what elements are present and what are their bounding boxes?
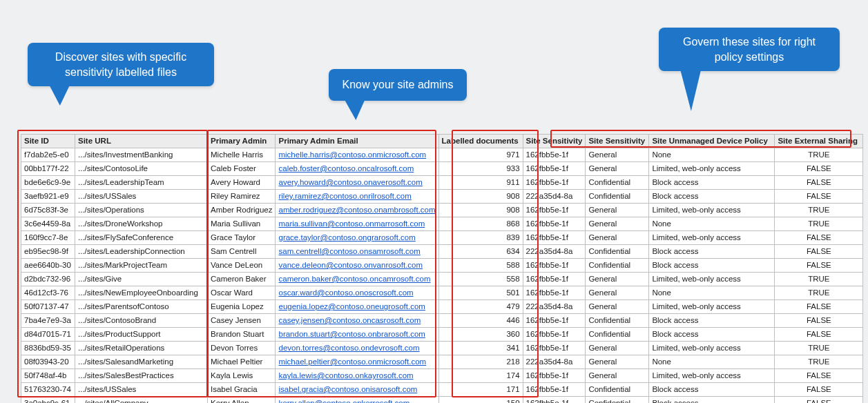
callout-admins: Know your site admins	[329, 69, 467, 101]
cell-device-policy: Block access	[649, 328, 775, 342]
col-primary-admin[interactable]: Primary Admin	[208, 135, 276, 148]
cell-primary-admin-email: devon.torres@contoso.ondevrosoft.com	[276, 342, 438, 355]
admin-email-link[interactable]: caleb.foster@contoso.oncalrosoft.com	[278, 164, 414, 173]
col-labelled-docs[interactable]: Labelled documents	[438, 135, 523, 148]
admin-email-link[interactable]: eugenia.lopez@contoso.oneugrosoft.com	[278, 302, 425, 311]
col-external-sharing[interactable]: Site External Sharing	[775, 135, 863, 148]
cell-site-url: .../sites/AllCompany	[75, 397, 208, 404]
table-row[interactable]: 7ba4e7e9-3a.../sites/ContosoBrandCasey J…	[21, 314, 863, 328]
callout-govern: Govern these sites for right policy sett…	[659, 28, 840, 71]
cell-site-sens-id: 162fbb5e-1f	[523, 259, 586, 273]
cell-primary-admin-email: riley.ramirez@contoso.onrilrosoft.com	[276, 190, 438, 204]
admin-email-link[interactable]: michelle.harris@contoso.onmicrosoft.com	[278, 150, 426, 159]
cell-site-id: eb95ec98-9f	[21, 245, 75, 259]
cell-site-sens: General	[586, 300, 649, 314]
admin-email-link[interactable]: kayla.lewis@contoso.onkayrosoft.com	[278, 371, 413, 380]
cell-primary-admin-email: sam.centrell@contoso.onsamrosoft.com	[276, 245, 438, 259]
cell-primary-admin: Vance DeLeon	[208, 259, 276, 273]
cell-site-sens: General	[586, 231, 649, 245]
admin-email-link[interactable]: avery.howard@contoso.onaverosoft.com	[278, 178, 422, 186]
cell-site-id: 50f07137-47	[21, 300, 75, 314]
cell-external-sharing: TRUE	[775, 148, 863, 162]
cell-device-policy: None	[649, 355, 775, 369]
admin-email-link[interactable]: sam.centrell@contoso.onsamrosoft.com	[278, 247, 420, 255]
col-primary-admin-email[interactable]: Primary Admin Email	[276, 135, 438, 148]
cell-site-sens-id: 162fbb5e-1f	[523, 397, 586, 404]
cell-site-sens-id: 222a35d4-8a	[523, 300, 586, 314]
cell-primary-admin: Devon Torres	[208, 342, 276, 355]
admin-email-link[interactable]: grace.taylor@contoso.ongrarosoft.com	[278, 233, 415, 242]
admin-email-link[interactable]: devon.torres@contoso.ondevrosoft.com	[278, 344, 419, 352]
table-row[interactable]: 3a0abc9c-61.../sites/AllCompanyKerry All…	[21, 397, 863, 404]
admin-email-link[interactable]: brandon.stuart@contoso.onbrarosoft.com	[278, 330, 425, 338]
cell-site-sens-id: 222a35d4-8a	[523, 245, 586, 259]
cell-site-url: .../sites/ParentsofContoso	[75, 300, 208, 314]
admin-email-link[interactable]: amber.rodriguez@contoso.onambrosoft.com	[278, 206, 435, 214]
cell-device-policy: Block access	[649, 190, 775, 204]
table-row[interactable]: aee6640b-30.../sites/MarkProjectTeamVanc…	[21, 259, 863, 273]
col-site-id[interactable]: Site ID	[21, 135, 75, 148]
cell-site-id: f7dab2e5-e0	[21, 148, 75, 162]
cell-primary-admin: Caleb Foster	[208, 162, 276, 176]
cell-primary-admin: Eugenia Lopez	[208, 300, 276, 314]
cell-external-sharing: TRUE	[775, 286, 863, 300]
table-row[interactable]: 160f9cc7-8e.../sites/FlySafeConferenceGr…	[21, 231, 863, 245]
table-row[interactable]: d84d7015-71.../sites/ProductSupportBrand…	[21, 328, 863, 342]
table-row[interactable]: 6d75c83f-3e.../sites/OperationsAmber Rod…	[21, 204, 863, 217]
table-row[interactable]: 46d12cf3-76.../sites/NewEmployeeOnboardi…	[21, 286, 863, 300]
cell-site-sens: Confidential	[586, 328, 649, 342]
cell-site-sens-id: 162fbb5e-1f	[523, 162, 586, 176]
cell-site-sens: General	[586, 217, 649, 231]
table-row[interactable]: 50f748af-4b.../sites/SalesBestPracticesK…	[21, 369, 863, 383]
cell-site-url: .../sites/LeadershipConnection	[75, 245, 208, 259]
cell-primary-admin: Maria Sullivan	[208, 217, 276, 231]
col-site-sens[interactable]: Site Sensitivity	[586, 135, 649, 148]
col-site-sens-id[interactable]: Site Sensitivity	[523, 135, 586, 148]
admin-email-link[interactable]: maria.sullivan@contoso.onmarrosoft.com	[278, 219, 425, 228]
cell-labelled-docs: 171	[438, 383, 523, 397]
table-row[interactable]: 3aefb921-e9.../sites/USSalesRiley Ramire…	[21, 190, 863, 204]
cell-primary-admin-email: caleb.foster@contoso.oncalrosoft.com	[276, 162, 438, 176]
col-device-policy[interactable]: Site Unmanaged Device Policy	[649, 135, 775, 148]
admin-email-link[interactable]: oscar.ward@contoso.onoscrosoft.com	[278, 288, 413, 297]
table-row[interactable]: 3c6e4459-8a.../sites/DroneWorkshopMaria …	[21, 217, 863, 231]
cell-site-sens-id: 222a35d4-8a	[523, 355, 586, 369]
cell-primary-admin: Kayla Lewis	[208, 369, 276, 383]
admin-email-link[interactable]: cameron.baker@contoso.oncamrosoft.com	[278, 275, 430, 283]
cell-primary-admin: Oscar Ward	[208, 286, 276, 300]
cell-primary-admin-email: kayla.lewis@contoso.onkayrosoft.com	[276, 369, 438, 383]
admin-email-link[interactable]: vance.deleon@contoso.onvanrosoft.com	[278, 261, 423, 269]
table-row[interactable]: 51763230-74.../sites/USSalesIsabel Graci…	[21, 383, 863, 397]
cell-device-policy: Limited, web-only access	[649, 231, 775, 245]
table-row[interactable]: 50f07137-47.../sites/ParentsofContosoEug…	[21, 300, 863, 314]
cell-site-sens: Confidential	[586, 383, 649, 397]
cell-primary-admin-email: kerry.allen@contoso.onkerrosoft.com	[276, 397, 438, 404]
table-row[interactable]: 00bb177f-22.../sites/ContosoLifeCaleb Fo…	[21, 162, 863, 176]
cell-primary-admin: Amber Rodriguez	[208, 204, 276, 217]
table-row[interactable]: eb95ec98-9f.../sites/LeadershipConnectio…	[21, 245, 863, 259]
cell-site-id: 6d75c83f-3e	[21, 204, 75, 217]
admin-email-link[interactable]: kerry.allen@contoso.onkerrosoft.com	[278, 399, 409, 403]
cell-labelled-docs: 839	[438, 231, 523, 245]
cell-primary-admin: Grace Taylor	[208, 231, 276, 245]
admin-email-link[interactable]: isabel.gracia@contoso.onisarosoft.com	[278, 385, 417, 393]
cell-site-sens-id: 222a35d4-8a	[523, 190, 586, 204]
col-site-url[interactable]: Site URL	[75, 135, 208, 148]
cell-external-sharing: FALSE	[775, 245, 863, 259]
table-row[interactable]: bde6e6c9-9e.../sites/LeadershipTeamAvery…	[21, 176, 863, 190]
cell-site-sens: General	[586, 148, 649, 162]
admin-email-link[interactable]: riley.ramirez@contoso.onrilrosoft.com	[278, 192, 411, 200]
cell-site-id: d84d7015-71	[21, 328, 75, 342]
table-row[interactable]: 08f03943-20.../sites/SalesandMarketingMi…	[21, 355, 863, 369]
cell-primary-admin-email: casey.jensen@contoso.oncasrosoft.com	[276, 314, 438, 328]
callout-govern-text: Govern these sites for right policy sett…	[683, 36, 816, 63]
cell-primary-admin: Brandon Stuart	[208, 328, 276, 342]
cell-site-id: 00bb177f-22	[21, 162, 75, 176]
table-row[interactable]: f7dab2e5-e0.../sites/InvestmentBankingMi…	[21, 148, 863, 162]
table-row[interactable]: d2bdc732-96.../sites/GiveCameron Bakerca…	[21, 273, 863, 286]
admin-email-link[interactable]: casey.jensen@contoso.oncasrosoft.com	[278, 316, 421, 324]
admin-email-link[interactable]: michael.peltier@contoso.onmicrosoft.com	[278, 357, 426, 366]
table-row[interactable]: 8836bd59-35.../sites/RetailOperationsDev…	[21, 342, 863, 355]
cell-primary-admin: Michael Peltier	[208, 355, 276, 369]
cell-labelled-docs: 908	[438, 204, 523, 217]
